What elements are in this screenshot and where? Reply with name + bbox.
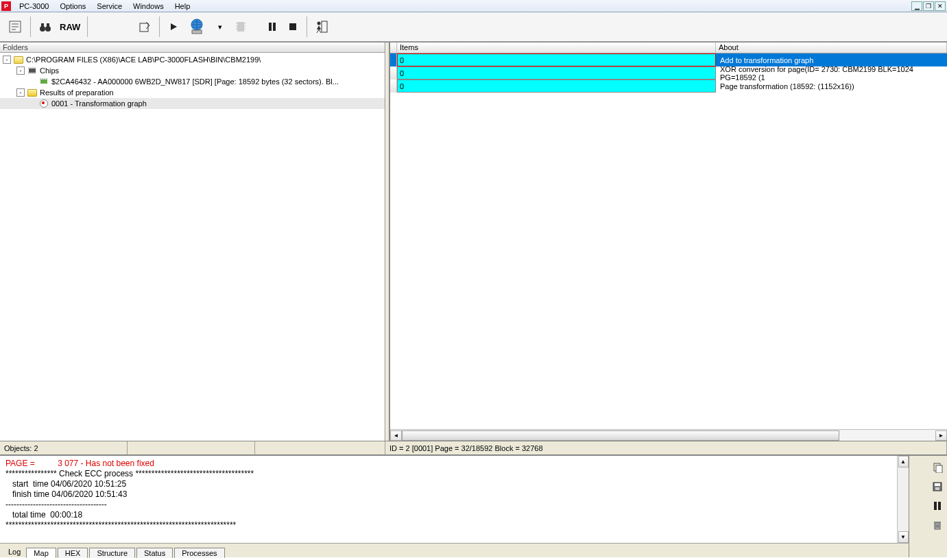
cell-about[interactable]: XOR conversion for page(ID= 2730: CBM219… bbox=[716, 66, 947, 80]
export-icon[interactable] bbox=[134, 15, 155, 38]
tree-label: Chips bbox=[40, 66, 59, 75]
cell-items[interactable]: 0 bbox=[397, 66, 716, 80]
binoculars-icon[interactable] bbox=[35, 15, 56, 38]
items-panel: Items About 0 Add to transformation grap… bbox=[389, 42, 947, 441]
svg-rect-10 bbox=[273, 23, 276, 31]
svg-rect-9 bbox=[269, 23, 272, 31]
side-blank3[interactable] bbox=[912, 498, 927, 513]
tab-processes[interactable]: Processes bbox=[174, 548, 224, 558]
folder-tree[interactable]: - C:\PROGRAM FILES (X86)\ACE LAB\PC-3000… bbox=[0, 53, 385, 441]
globe-drive-icon[interactable] bbox=[184, 15, 209, 38]
svg-rect-21 bbox=[934, 502, 937, 510]
svg-rect-24 bbox=[934, 522, 941, 523]
svg-rect-5 bbox=[140, 23, 148, 32]
horizontal-scrollbar[interactable]: ◄ ► bbox=[390, 429, 947, 441]
app-title[interactable]: PC-3000 bbox=[14, 1, 54, 11]
log-output[interactable]: PAGE = 3 077 - Has not been fixed ******… bbox=[0, 456, 897, 543]
tab-hex[interactable]: HEX bbox=[58, 548, 88, 558]
svg-rect-19 bbox=[935, 483, 940, 486]
cell-about[interactable]: Page transformation (18592: (1152x16)) bbox=[716, 80, 947, 93]
menu-service[interactable]: Service bbox=[91, 1, 128, 11]
side-blank1[interactable] bbox=[912, 460, 927, 475]
grid-row[interactable]: 0 Page transformation (18592: (1152x16)) bbox=[390, 80, 947, 93]
tree-root[interactable]: - C:\PROGRAM FILES (X86)\ACE LAB\PC-3000… bbox=[0, 54, 385, 65]
scroll-up-icon[interactable]: ▲ bbox=[898, 456, 909, 467]
svg-point-13 bbox=[317, 22, 321, 25]
tab-status[interactable]: Status bbox=[136, 548, 173, 558]
scroll-icon[interactable] bbox=[4, 15, 26, 38]
menu-bar: P PC-3000 Options Service Windows Help ▁… bbox=[0, 0, 947, 12]
tree-label: $2CA46432 - AA000000 6WB2D_NW817 [SDR] [… bbox=[51, 77, 339, 86]
folder-open-icon bbox=[13, 55, 24, 64]
scroll-right-icon[interactable]: ► bbox=[935, 430, 947, 441]
column-about[interactable]: About bbox=[716, 42, 947, 53]
column-items[interactable]: Items bbox=[397, 42, 716, 53]
copy-icon[interactable] bbox=[930, 460, 945, 475]
svg-rect-7 bbox=[192, 30, 202, 34]
log-tabs: Log Map HEX Structure Status Processes bbox=[0, 543, 909, 557]
scroll-thumb[interactable] bbox=[402, 430, 839, 441]
side-blank2[interactable] bbox=[912, 479, 927, 494]
collapse-icon[interactable]: - bbox=[16, 88, 25, 97]
tab-map[interactable]: Map bbox=[26, 548, 56, 558]
collapse-icon[interactable]: - bbox=[3, 56, 11, 64]
pause-icon[interactable] bbox=[263, 15, 282, 38]
play-icon[interactable] bbox=[164, 15, 183, 38]
svg-rect-15 bbox=[40, 80, 47, 84]
svg-rect-17 bbox=[936, 465, 942, 473]
tree-graph[interactable]: 0001 - Transformation graph bbox=[0, 98, 385, 109]
scroll-down-icon[interactable]: ▼ bbox=[898, 531, 909, 543]
scroll-left-icon[interactable]: ◄ bbox=[390, 430, 402, 441]
bottom-pane: PAGE = 3 077 - Has not been fixed ******… bbox=[0, 454, 947, 557]
graph-icon bbox=[38, 99, 49, 108]
side-tool-panel bbox=[909, 456, 947, 557]
svg-rect-3 bbox=[41, 23, 44, 27]
menu-windows[interactable]: Windows bbox=[128, 1, 169, 11]
status-id: ID = 2 [0001] Page = 32/18592 Block = 32… bbox=[385, 441, 947, 454]
svg-rect-8 bbox=[237, 22, 244, 32]
trash-icon[interactable] bbox=[930, 518, 945, 533]
pause-side-icon[interactable] bbox=[930, 498, 945, 513]
tree-chips[interactable]: - Chips bbox=[0, 65, 385, 76]
tree-label: Results of preparation bbox=[40, 88, 114, 97]
maximize-button[interactable]: ❐ bbox=[923, 1, 934, 11]
side-blank4[interactable] bbox=[912, 518, 927, 533]
close-button[interactable]: ✕ bbox=[935, 1, 946, 11]
memory-icon[interactable] bbox=[231, 15, 250, 38]
log-label: Log bbox=[4, 546, 25, 557]
log-vertical-scrollbar[interactable]: ▲ ▼ bbox=[897, 456, 909, 543]
app-icon: P bbox=[1, 1, 11, 11]
folders-header: Folders bbox=[0, 42, 385, 53]
svg-rect-20 bbox=[935, 487, 939, 490]
separator bbox=[30, 16, 31, 37]
chip-icon bbox=[27, 66, 38, 75]
grid-row[interactable]: 0 XOR conversion for page(ID= 2730: CBM2… bbox=[390, 66, 947, 80]
menu-help[interactable]: Help bbox=[169, 1, 196, 11]
tree-chip-item[interactable]: $2CA46432 - AA000000 6WB2D_NW817 [SDR] [… bbox=[0, 76, 385, 87]
raw-label: RAW bbox=[60, 22, 80, 32]
toolbar: RAW ▾ bbox=[0, 12, 947, 42]
status-empty1 bbox=[128, 441, 255, 454]
svg-rect-12 bbox=[322, 21, 327, 32]
tree-label: C:\PROGRAM FILES (X86)\ACE LAB\PC-3000FL… bbox=[26, 56, 261, 64]
tab-structure[interactable]: Structure bbox=[89, 548, 135, 558]
dropdown-icon[interactable]: ▾ bbox=[211, 15, 230, 38]
status-bar: Objects: 2 ID = 2 [0001] Page = 32/18592… bbox=[0, 441, 947, 454]
row-selector-header[interactable] bbox=[390, 42, 397, 53]
grid-body[interactable]: 0 Add to transformation graph 0 XOR conv… bbox=[390, 53, 947, 429]
menu-options[interactable]: Options bbox=[54, 1, 91, 11]
minimize-button[interactable]: ▁ bbox=[911, 1, 922, 11]
status-empty2 bbox=[255, 441, 385, 454]
tree-label: 0001 - Transformation graph bbox=[51, 99, 147, 108]
svg-rect-11 bbox=[289, 23, 296, 30]
svg-rect-4 bbox=[47, 23, 49, 27]
exit-icon[interactable] bbox=[311, 15, 332, 38]
row-indicator bbox=[390, 66, 397, 80]
tree-results[interactable]: - Results of preparation bbox=[0, 87, 385, 98]
stop-icon[interactable] bbox=[283, 15, 302, 38]
cell-items[interactable]: 0 bbox=[397, 53, 716, 66]
collapse-icon[interactable]: - bbox=[16, 66, 25, 75]
save-icon[interactable] bbox=[930, 479, 945, 494]
folder-icon bbox=[27, 88, 38, 97]
cell-items[interactable]: 0 bbox=[397, 80, 716, 93]
